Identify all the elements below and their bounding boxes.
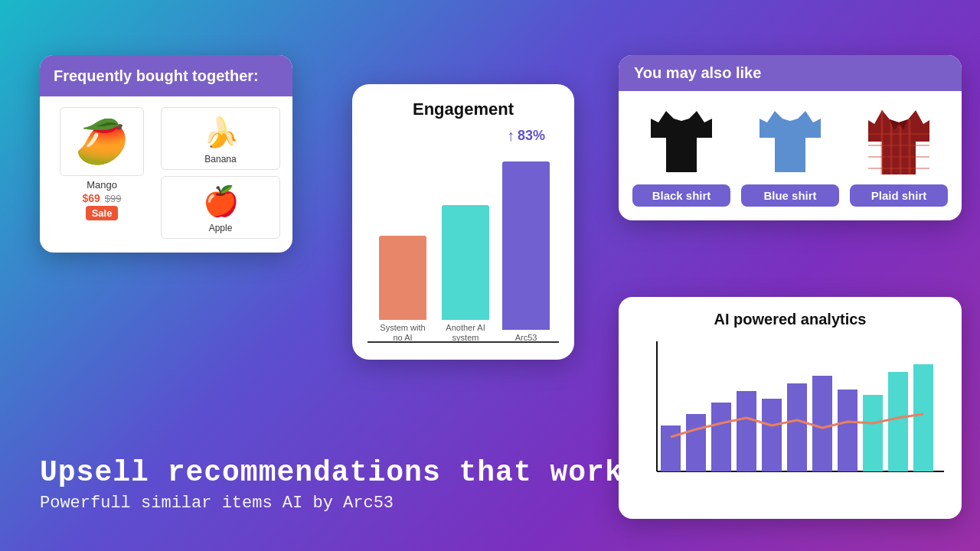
analytics-title: AI powered analytics [634,311,946,328]
sale-badge: Sale [86,206,119,220]
bar-purple [502,161,550,330]
subheadline: Powerfull similar items AI by Arc53 [40,494,623,513]
fbt-card: Frequently bought together: 🥭 Mango $69 … [40,55,292,253]
svg-rect-22 [863,395,883,471]
ymal-header: You may also like [619,55,962,91]
mango-sale-price: $69 [82,192,100,204]
engagement-chart: ↑ 83% System with no AI Another AI syste… [368,127,559,349]
fbt-banana[interactable]: 🍌 Banana [161,107,280,170]
apple-name: Apple [209,223,233,233]
headline: Upsell recommendations that work [40,456,623,489]
black-shirt-image [651,103,712,180]
apple-image: 🍎 [203,181,239,221]
svg-rect-20 [812,376,832,471]
svg-rect-23 [888,372,908,471]
analytics-card: AI powered analytics [619,297,962,519]
svg-rect-15 [686,414,706,471]
svg-rect-24 [913,364,933,471]
mango-image: 🥭 [60,107,144,176]
plaid-shirt-label: Plaid shirt [871,189,927,202]
svg-marker-0 [651,111,712,172]
fbt-body: 🥭 Mango $69 $99 Sale 🍌 Banana 🍎 Apple [40,96,292,253]
fbt-header: Frequently bought together: [40,55,292,96]
blue-shirt-label: Blue shirt [763,189,816,202]
bar-salmon [379,236,426,320]
fbt-header-text: Frequently bought together: [54,67,259,84]
svg-rect-19 [787,383,807,471]
engagement-card: Engagement ↑ 83% System with no AI Anoth… [352,84,574,360]
bar-another-ai: Another AI system [439,205,492,343]
fbt-main-item[interactable]: 🥭 Mango $69 $99 Sale [52,107,152,220]
banana-image: 🍌 [203,112,239,152]
ymal-plaid-shirt[interactable]: Plaid shirt [850,103,948,207]
mango-orig-price: $99 [105,193,122,204]
svg-marker-1 [760,111,821,172]
fbt-side-items: 🍌 Banana 🍎 Apple [161,107,280,239]
svg-rect-18 [762,399,782,471]
engagement-percentage: ↑ 83% [507,127,545,145]
chart-baseline [368,341,559,343]
ymal-card: You may also like Black shirt Blue shirt [619,55,962,220]
svg-rect-14 [661,425,681,471]
ymal-body: Black shirt Blue shirt [619,91,962,220]
fbt-apple[interactable]: 🍎 Apple [161,176,280,239]
svg-marker-2 [868,110,929,174]
svg-rect-17 [737,391,756,471]
bar-arc53: Arc53 [502,161,550,343]
arrow-up-icon: ↑ [507,127,514,145]
banana-name: Banana [204,154,236,165]
plaid-shirt-badge[interactable]: Plaid shirt [850,184,948,207]
analytics-svg [634,337,946,487]
percentage-value: 83% [518,128,545,144]
bar-another-ai-label: Another AI system [439,323,492,343]
bar-no-ai: System with no AI [377,236,429,343]
mango-name: Mango [87,179,117,191]
ymal-blue-shirt[interactable]: Blue shirt [741,103,839,207]
svg-rect-21 [838,390,858,471]
plaid-shirt-image [868,103,929,180]
blue-shirt-image [760,103,821,180]
black-shirt-badge[interactable]: Black shirt [632,184,730,207]
bar-no-ai-label: System with no AI [377,323,429,343]
ymal-black-shirt[interactable]: Black shirt [632,103,730,207]
blue-shirt-badge[interactable]: Blue shirt [741,184,839,207]
engagement-title: Engagement [413,99,514,119]
svg-rect-16 [711,403,731,471]
black-shirt-label: Black shirt [652,189,711,202]
bottom-text: Upsell recommendations that work Powerfu… [40,456,623,513]
analytics-chart [634,337,946,491]
bar-teal [442,205,489,320]
